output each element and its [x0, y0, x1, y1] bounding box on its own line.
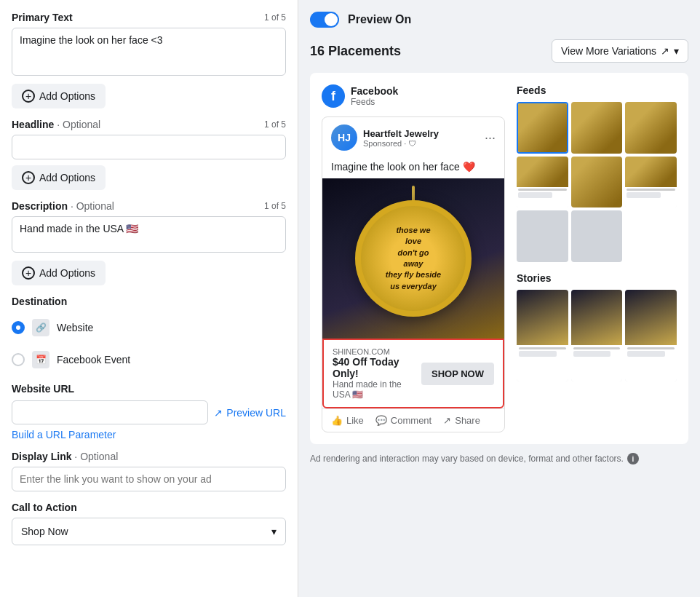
preview-area: f Facebook Feeds HJ Heartfelt Jewelry Sp…	[310, 73, 688, 444]
story-thumb-2[interactable]	[571, 290, 623, 381]
ad-card: HJ Heartfelt Jewelry Sponsored · 🛡 ··· I…	[322, 116, 505, 432]
feeds-thumb-img-bottom	[517, 187, 568, 207]
share-button[interactable]: ↗ Share	[443, 415, 480, 426]
cta-label: Call to Action	[12, 502, 286, 513]
add-options-label-3: Add Options	[39, 267, 95, 279]
cta-select[interactable]: Shop Now ▾	[12, 518, 286, 545]
ad-preview-main: f Facebook Feeds HJ Heartfelt Jewelry Sp…	[322, 84, 505, 432]
jewelry-pendant: those welovedon't goawaythey fly besideu…	[355, 200, 472, 317]
add-options-button-2[interactable]: + Add Options	[12, 165, 106, 190]
preview-url-button[interactable]: ↗ Preview URL	[214, 404, 286, 422]
radio-facebook-event-circle[interactable]	[12, 353, 25, 366]
build-url-link[interactable]: Build a URL Parameter	[12, 429, 116, 440]
radio-website-circle[interactable]	[12, 321, 25, 334]
feeds-thumb-6-bottom	[625, 187, 677, 207]
feeds-thumb-img-4	[517, 157, 568, 208]
placements-header: 16 Placements View More Variations ↗ ▾	[310, 39, 688, 63]
right-panel: Preview On 16 Placements View More Varia…	[298, 0, 700, 597]
jewelry-text: those welovedon't goawaythey fly besideu…	[380, 219, 447, 298]
ad-page-details: Heartfelt Jewelry Sponsored · 🛡	[363, 128, 439, 148]
feeds-thumb-img-5	[571, 157, 623, 208]
primary-text-input[interactable]: Imagine the look on her face <3	[12, 28, 286, 76]
feeds-thumb-1[interactable]	[517, 102, 568, 154]
feeds-thumb-5[interactable]	[571, 157, 623, 208]
add-options-button-1[interactable]: + Add Options	[12, 84, 106, 108]
story-bottom-2	[571, 345, 623, 381]
headline-label: Headline · Optional	[12, 119, 100, 130]
external-link-icon: ↗	[214, 407, 223, 419]
stories-section-label: Stories	[517, 272, 677, 284]
feeds-thumb-6-top	[625, 157, 677, 187]
preview-on-label: Preview On	[348, 13, 411, 26]
ad-more-options-icon[interactable]: ···	[485, 130, 496, 146]
description-count: 1 of 5	[264, 201, 286, 211]
story-line-1	[519, 347, 566, 349]
feeds-thumb-img-1	[518, 103, 567, 152]
display-link-input[interactable]	[12, 467, 286, 491]
destination-label: Destination	[12, 296, 286, 307]
primary-text-count: 1 of 5	[264, 12, 286, 23]
story-line-3	[627, 347, 675, 349]
feeds-section-label: Feeds	[517, 84, 677, 96]
thumb-line-2	[627, 189, 675, 191]
view-more-label: View More Variations	[561, 45, 656, 57]
url-row: https://shineon.com/products/luxo24-luxu…	[12, 400, 286, 424]
like-button[interactable]: 👍 Like	[331, 415, 364, 426]
feeds-thumb-8[interactable]	[571, 210, 623, 262]
ad-text: Imagine the look on her face ❤️	[322, 158, 504, 178]
feeds-thumb-2[interactable]	[571, 102, 623, 154]
feeds-thumb-7[interactable]	[517, 210, 568, 262]
fb-source-row: f Facebook Feeds	[322, 84, 505, 108]
feeds-thumb-3[interactable]	[625, 102, 677, 154]
view-more-variations-button[interactable]: View More Variations ↗ ▾	[552, 39, 688, 63]
primary-text-label: Primary Text	[12, 12, 73, 23]
url-input-wrap: https://shineon.com/products/luxo24-luxu…	[12, 400, 208, 424]
ad-description: Hand made in the USA 🇺🇸	[333, 379, 421, 400]
headline-count: 1 of 5	[264, 119, 286, 130]
description-input[interactable]: Hand made in the USA 🇺🇸	[12, 216, 286, 253]
external-icon: ↗	[661, 45, 669, 57]
thumb-line-1	[518, 189, 567, 191]
website-url-input[interactable]: https://shineon.com/products/luxo24-luxu…	[12, 400, 208, 424]
facebook-event-icon: 📅	[32, 351, 49, 368]
display-link-label: Display Link · Optional	[12, 451, 286, 462]
ad-reactions: 👍 Like 💬 Comment ↗ Share	[322, 408, 504, 432]
ad-page-avatar: HJ	[331, 124, 357, 151]
feeds-thumb-6[interactable]	[625, 157, 677, 208]
preview-toggle[interactable]	[310, 12, 339, 28]
rendering-note-text: Ad rendering and interaction may vary ba…	[310, 454, 624, 464]
ad-bottom: SHINEON.COM $40 Off Today Only! Hand mad…	[322, 339, 504, 408]
chevron-down-icon: ▾	[271, 526, 277, 537]
story-thumb-3[interactable]	[625, 290, 677, 381]
plus-circle-icon-1: +	[22, 90, 35, 103]
story-thumb-1[interactable]	[517, 290, 568, 381]
share-icon: ↗	[443, 415, 451, 426]
story-btn-3	[627, 351, 665, 357]
plus-circle-icon-3: +	[22, 266, 35, 280]
radio-facebook-event-label: Facebook Event	[57, 354, 130, 365]
info-icon: i	[627, 453, 639, 464]
feeds-thumb-img-top	[517, 157, 568, 187]
story-img-2	[571, 290, 623, 345]
radio-website[interactable]: 🔗 Website	[12, 315, 286, 341]
cta-value: Shop Now	[21, 526, 68, 537]
ad-page-sub: Sponsored · 🛡	[363, 139, 439, 148]
description-header: Description · Optional 1 of 5	[12, 200, 286, 212]
add-options-button-3[interactable]: + Add Options	[12, 261, 106, 285]
shop-now-button[interactable]: SHOP NOW	[421, 363, 494, 385]
feeds-thumb-4[interactable]	[517, 157, 568, 208]
preview-url-label: Preview URL	[226, 407, 286, 419]
comment-button[interactable]: 💬 Comment	[375, 415, 431, 426]
story-bottom-1	[517, 345, 568, 381]
feeds-thumb-img-2	[571, 102, 623, 154]
ad-page-name: Heartfelt Jewelry	[363, 128, 439, 139]
website-url-label: Website URL	[12, 383, 286, 395]
add-options-label-2: Add Options	[39, 172, 95, 183]
fb-platform-name: Facebook	[351, 85, 398, 97]
radio-facebook-event[interactable]: 📅 Facebook Event	[12, 347, 286, 373]
like-label: Like	[346, 415, 364, 426]
feeds-thumb-img-6	[625, 157, 677, 208]
headline-input[interactable]: $40 Off Today Only!	[12, 135, 286, 159]
plus-circle-icon-2: +	[22, 171, 35, 184]
thumbnails-panel: Feeds	[517, 84, 677, 432]
